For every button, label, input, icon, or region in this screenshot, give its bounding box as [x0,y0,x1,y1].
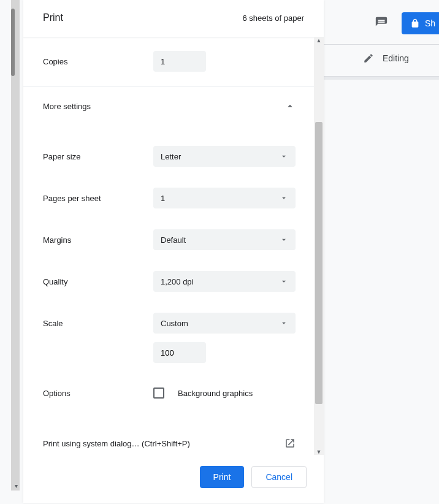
paper-size-value: Letter [161,152,181,161]
quality-select[interactable]: 1,200 dpi [153,271,296,292]
pages-per-sheet-value: 1 [161,194,165,203]
share-label: Sh [425,18,435,28]
editing-label: Editing [383,53,409,63]
scale-value: Custom [161,319,188,328]
pages-per-sheet-label: Pages per sheet [43,194,153,203]
system-dialog-row[interactable]: Print using system dialog… (Ctrl+Shift+P… [23,438,324,449]
more-settings-row[interactable]: More settings [23,87,324,125]
margins-label: Margins [43,235,153,245]
quality-label: Quality [43,277,153,286]
print-button[interactable]: Print [200,466,245,488]
lock-icon [410,18,420,28]
chevron-down-icon [280,152,288,161]
scale-custom-row [23,342,324,363]
paper-size-label: Paper size [43,152,153,161]
copies-label: Copies [43,57,153,66]
cancel-button[interactable]: Cancel [251,466,307,488]
options-row: Options Background graphics [23,388,324,399]
docs-explore-icon: ▾ [15,483,18,489]
chevron-down-icon [280,235,288,244]
sheet-count: 6 sheets of paper [243,13,304,23]
quality-row: Quality 1,200 dpi [23,271,324,292]
dialog-body: Copies More settings Paper size Letter P… [23,37,324,455]
scale-select[interactable]: Custom [153,313,296,334]
dialog-footer: Print Cancel [23,455,324,503]
pages-per-sheet-row: Pages per sheet 1 [23,188,324,208]
pages-per-sheet-select[interactable]: 1 [153,188,296,208]
scale-row: Scale Custom [23,313,324,334]
copies-row: Copies [23,51,324,72]
paper-size-row: Paper size Letter [23,146,324,167]
margins-row: Margins Default [23,229,324,250]
editing-mode[interactable]: Editing [363,53,409,64]
toolbar-divider [324,44,439,45]
editing-divider [324,76,439,80]
margins-select[interactable]: Default [153,229,296,250]
dialog-scrollbar[interactable]: ▲ ▼ [314,37,324,455]
print-dialog: Print 6 sheets of paper Copies More sett… [23,0,324,503]
scale-custom-input[interactable] [153,342,206,363]
system-dialog-label: Print using system dialog… (Ctrl+Shift+P… [43,439,190,448]
comment-history-icon[interactable] [375,16,388,31]
dialog-title: Print [43,12,63,23]
scroll-down-icon[interactable]: ▼ [314,449,324,455]
scroll-thumb[interactable] [315,122,323,404]
background-graphics-label: Background graphics [178,389,253,398]
copies-input[interactable] [153,51,206,72]
chevron-down-icon [280,277,288,286]
chevron-down-icon [280,194,288,202]
pencil-icon [363,53,374,64]
margins-value: Default [161,235,186,245]
scale-label: Scale [43,319,153,328]
docs-scroll-thumb[interactable] [11,9,15,76]
paper-size-select[interactable]: Letter [153,146,296,167]
quality-value: 1,200 dpi [161,277,194,286]
options-label: Options [43,389,153,398]
dialog-header: Print 6 sheets of paper [23,0,324,37]
top-toolbar: Sh [375,12,439,34]
background-graphics-checkbox[interactable] [153,388,164,399]
share-button[interactable]: Sh [402,12,439,34]
chevron-down-icon [280,319,288,327]
chevron-up-icon [284,101,296,112]
open-external-icon [284,438,296,449]
more-settings-label: More settings [43,102,91,111]
scroll-up-icon[interactable]: ▲ [314,37,324,44]
